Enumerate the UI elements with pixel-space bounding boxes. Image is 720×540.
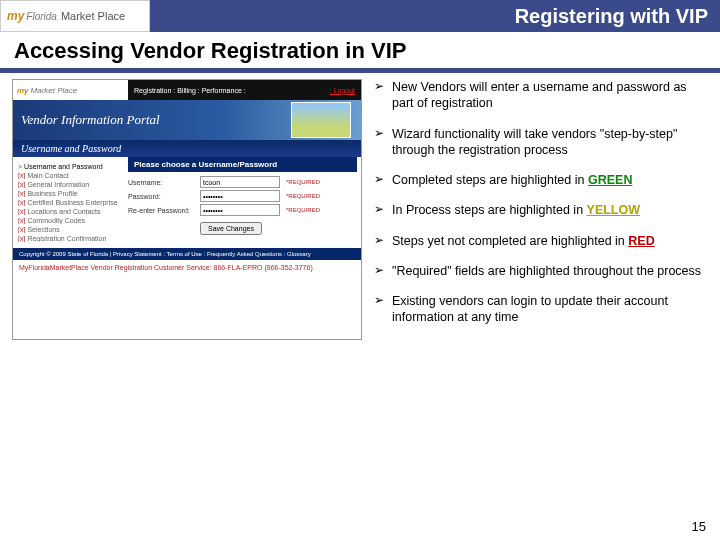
save-button[interactable]: Save Changes — [200, 222, 262, 235]
bullet-arrow-icon: ➢ — [374, 233, 392, 249]
green-label: GREEN — [588, 173, 632, 187]
bullet-arrow-icon: ➢ — [374, 202, 392, 218]
required-badge: *REQUIRED — [286, 193, 320, 199]
list-item: ➢"Required" fields are highlighted throu… — [374, 263, 702, 279]
logo-florida: Florida — [26, 11, 57, 22]
sidebar-item: [x]Commodity Codes — [18, 217, 123, 224]
bullet-arrow-icon: ➢ — [374, 263, 392, 279]
bullet-list: ➢New Vendors will enter a username and p… — [362, 79, 708, 340]
bullet-arrow-icon: ➢ — [374, 126, 392, 159]
bullet-arrow-icon: ➢ — [374, 172, 392, 188]
username-input[interactable] — [200, 176, 280, 188]
shot-subbanner: Username and Password — [13, 140, 361, 157]
password2-label: Re-enter Password: — [128, 207, 200, 214]
sidebar-item: [x]Business Profile — [18, 190, 123, 197]
support-line: MyFloridaMarketPlace Vendor Registration… — [13, 260, 361, 275]
required-badge: *REQUIRED — [286, 207, 320, 213]
list-item: ➢In Process steps are highlighted in YEL… — [374, 202, 702, 218]
brand-logo: my Florida Market Place — [0, 0, 150, 32]
logo-marketplace: Market Place — [61, 10, 125, 22]
shot-footer: Copyright © 2009 State of Florida | Priv… — [13, 248, 361, 260]
required-badge: *REQUIRED — [286, 179, 320, 185]
shot-header: my Market Place Registration : Billing :… — [13, 80, 361, 100]
password-input[interactable] — [200, 190, 280, 202]
list-item: ➢Steps yet not completed are highlighted… — [374, 233, 702, 249]
yellow-label: YELLOW — [587, 203, 640, 217]
accent-bar — [0, 68, 720, 73]
shot-logo: my Market Place — [13, 80, 128, 100]
sidebar-item: [x]Certified Business Enterprise — [18, 199, 123, 206]
sidebar-item: [x]Main Contact — [18, 172, 123, 179]
slide-header-bar: my Florida Market Place Registering with… — [0, 0, 720, 32]
bullet-arrow-icon: ➢ — [374, 293, 392, 326]
slide-subtitle: Accessing Vendor Registration in VIP — [0, 32, 720, 68]
username-label: Username: — [128, 179, 200, 186]
red-label: RED — [628, 234, 654, 248]
username-row: Username: *REQUIRED — [128, 176, 357, 188]
nav-items[interactable]: Registration : Billing : Performance : — [134, 87, 246, 94]
palm-image — [291, 102, 351, 138]
list-item: ➢Existing vendors can login to update th… — [374, 293, 702, 326]
sidebar-item: [x]General Information — [18, 181, 123, 188]
sidebar-item: [x]Locations and Contacts — [18, 208, 123, 215]
shot-nav: Registration : Billing : Performance : :… — [128, 80, 361, 100]
slide-content: my Market Place Registration : Billing :… — [0, 79, 720, 340]
list-item: ➢New Vendors will enter a username and p… — [374, 79, 702, 112]
logo-my: my — [7, 9, 24, 23]
list-item: ➢Wizard functionality will take vendors … — [374, 126, 702, 159]
shot-banner: Vendor Information Portal — [13, 100, 361, 140]
form-header: Please choose a Username/Password — [128, 157, 357, 172]
sidebar-item: [x]Registration Confirmation — [18, 235, 123, 242]
password2-row: Re-enter Password: *REQUIRED — [128, 204, 357, 216]
sidebar-item: >Username and Password — [18, 163, 123, 170]
sidebar-item: [x]Selections — [18, 226, 123, 233]
bullet-arrow-icon: ➢ — [374, 79, 392, 112]
password-row: Password: *REQUIRED — [128, 190, 357, 202]
wizard-sidebar: >Username and Password [x]Main Contact [… — [13, 157, 128, 248]
password-label: Password: — [128, 193, 200, 200]
logout-link[interactable]: : Logout — [330, 87, 355, 94]
form-panel: Please choose a Username/Password Userna… — [128, 157, 361, 248]
list-item: ➢Completed steps are highlighted in GREE… — [374, 172, 702, 188]
vip-screenshot: my Market Place Registration : Billing :… — [12, 79, 362, 340]
slide-title: Registering with VIP — [150, 5, 720, 28]
page-number: 15 — [692, 519, 706, 534]
password2-input[interactable] — [200, 204, 280, 216]
